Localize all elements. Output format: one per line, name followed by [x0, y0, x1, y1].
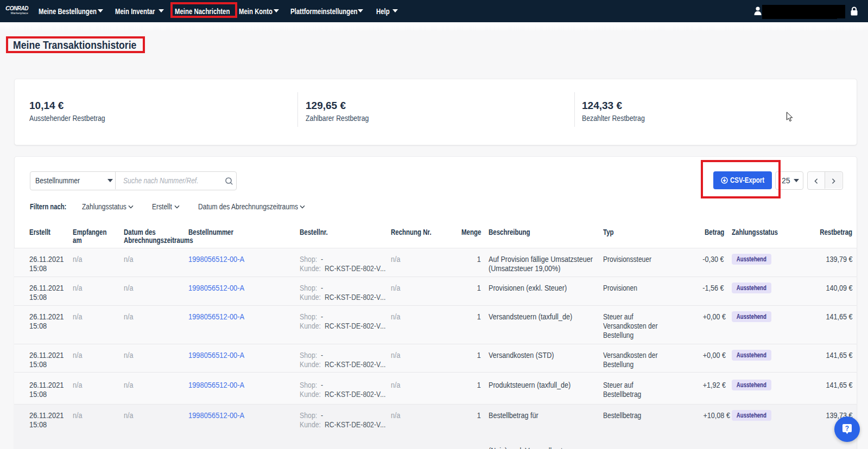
svg-text:?: ?: [845, 425, 849, 432]
